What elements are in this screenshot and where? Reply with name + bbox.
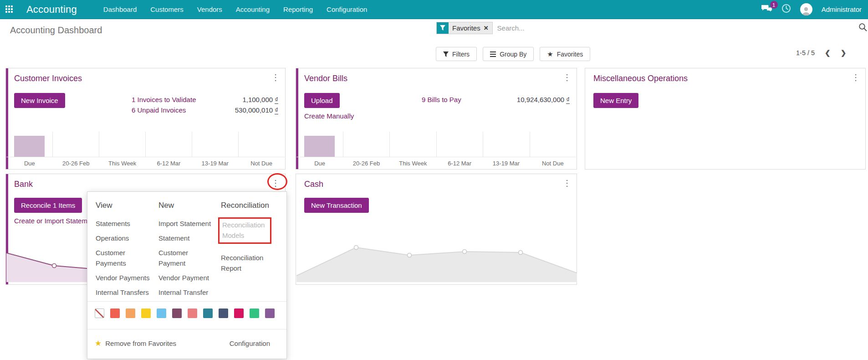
search-facet-favorites[interactable]: Favorites ✕ xyxy=(436,22,493,34)
search-bar[interactable]: Favorites ✕ Search... xyxy=(436,21,867,35)
remove-from-favorites-item[interactable]: ★ Remove from Favorites xyxy=(95,339,176,348)
group-by-button[interactable]: Group By xyxy=(483,47,534,61)
group-by-icon xyxy=(490,51,496,57)
kebab-menu-icon[interactable]: ⋮ xyxy=(852,73,860,82)
menu-item-statement[interactable]: Statement xyxy=(158,233,217,243)
star-icon: ★ xyxy=(547,50,553,58)
chart-bar[interactable] xyxy=(14,136,45,157)
swatch-color[interactable] xyxy=(110,309,120,318)
menu-accounting[interactable]: Accounting xyxy=(236,5,270,13)
kebab-menu-icon[interactable]: ⋮ xyxy=(563,73,571,82)
user-avatar[interactable] xyxy=(800,3,812,15)
menu-section-new: New xyxy=(158,201,217,210)
currency-symbol: ₫ xyxy=(275,96,278,104)
menu-item-internal-transfer[interactable]: Internal Transfer xyxy=(158,287,217,298)
page-title: Accounting Dashboard xyxy=(10,25,102,36)
cash-balance-sparkline xyxy=(296,238,577,284)
swatch-color[interactable] xyxy=(172,309,182,318)
menu-item-customer-payments[interactable]: Customer Payments xyxy=(96,247,126,268)
messages-count-badge: 1 xyxy=(770,1,778,9)
card-title: Customer Invoices xyxy=(14,74,82,83)
menu-item-import-statement[interactable]: Import Statement xyxy=(158,218,217,229)
kebab-menu-icon[interactable]: ⋮ xyxy=(563,179,571,188)
menu-divider xyxy=(87,301,286,302)
annotation-red-box: Reconciliation Models xyxy=(218,217,271,244)
card-title: Vendor Bills xyxy=(304,74,347,83)
messages-icon[interactable]: 1 xyxy=(761,4,772,15)
menu-item-operations[interactable]: Operations xyxy=(96,233,151,243)
card-misc-operations: Miscellaneous Operations ⋮ New Entry xyxy=(585,68,866,170)
menu-dashboard[interactable]: Dashboard xyxy=(103,5,137,13)
card-title: Bank xyxy=(14,180,33,189)
unpaid-invoices-link[interactable]: 6 Unpaid Invoices xyxy=(132,105,186,115)
filters-button[interactable]: Filters xyxy=(436,47,477,61)
menu-section-view: View xyxy=(96,201,151,210)
invoices-aging-chart[interactable] xyxy=(6,132,285,157)
menu-item-reconciliation-models[interactable]: Reconciliation Models xyxy=(222,220,265,241)
card-customer-invoices: Customer Invoices ⋮ New Invoice 1 Invoic… xyxy=(5,68,286,170)
menu-item-statements[interactable]: Statements xyxy=(96,218,151,229)
kebab-menu-icon[interactable]: ⋮ xyxy=(271,73,280,82)
bills-aging-chart[interactable] xyxy=(296,132,576,157)
favorites-button[interactable]: ★ Favorites xyxy=(540,47,590,61)
new-transaction-button[interactable]: New Transaction xyxy=(304,198,369,213)
currency-symbol: ₫ xyxy=(566,96,570,104)
facet-remove-icon[interactable]: ✕ xyxy=(484,25,489,31)
menu-item-configuration[interactable]: Configuration xyxy=(230,339,270,347)
card-title: Cash xyxy=(304,180,323,189)
menu-customers[interactable]: Customers xyxy=(150,5,184,13)
swatch-color[interactable] xyxy=(188,309,197,318)
swatch-color[interactable] xyxy=(203,309,213,318)
card-cash: Cash ⋮ New Transaction xyxy=(296,174,577,285)
menu-divider xyxy=(87,329,286,329)
card-vendor-bills: Vendor Bills ⋮ Upload Create Manually 9 … xyxy=(296,68,577,170)
currency-symbol: ₫ xyxy=(275,106,278,114)
search-icon[interactable] xyxy=(858,23,867,33)
menu-vendors[interactable]: Vendors xyxy=(197,5,222,13)
swatch-color[interactable] xyxy=(141,309,151,318)
swatch-color[interactable] xyxy=(157,309,166,318)
create-manually-link[interactable]: Create Manually xyxy=(304,112,354,120)
swatch-color[interactable] xyxy=(126,309,135,318)
activities-clock-icon[interactable] xyxy=(781,4,791,15)
swatch-no-color[interactable] xyxy=(95,309,104,318)
new-entry-button[interactable]: New Entry xyxy=(593,93,638,108)
kebab-menu-icon[interactable]: ⋮ xyxy=(271,179,280,188)
pager-range: 1-5 / 5 xyxy=(796,49,815,57)
upload-button[interactable]: Upload xyxy=(304,93,340,108)
search-input[interactable]: Search... xyxy=(497,24,858,32)
apps-menu-icon[interactable] xyxy=(5,5,14,14)
swatch-color[interactable] xyxy=(265,309,275,318)
menu-section-reconciliation: Reconciliation xyxy=(221,201,283,210)
top-menu: Dashboard Customers Vendors Accounting R… xyxy=(103,5,367,13)
facet-label: Favorites xyxy=(452,24,480,32)
menu-reporting[interactable]: Reporting xyxy=(283,5,313,13)
bills-to-pay-link[interactable]: 9 Bills to Pay xyxy=(422,94,461,105)
new-invoice-button[interactable]: New Invoice xyxy=(14,93,65,108)
favorite-star-icon: ★ xyxy=(95,339,102,348)
menu-item-reconciliation-report[interactable]: Reconciliation Report xyxy=(221,252,263,273)
top-navbar: Accounting Dashboard Customers Vendors A… xyxy=(0,0,868,19)
menu-item-vendor-payments[interactable]: Vendor Payments xyxy=(96,273,151,283)
menu-item-internal-transfers[interactable]: Internal Transfers xyxy=(96,287,151,298)
journal-color-picker xyxy=(95,309,275,318)
menu-item-customer-payment[interactable]: Customer Payment xyxy=(158,247,188,268)
filter-funnel-icon xyxy=(437,22,449,34)
menu-item-vendor-payment[interactable]: Vendor Payment xyxy=(158,273,217,283)
invoices-to-validate-link[interactable]: 1 Invoices to Validate xyxy=(132,94,196,105)
chart-axis-labels: Due 20-26 Feb This Week 6-12 Mar 13-19 M… xyxy=(6,160,285,167)
user-name[interactable]: Administrator xyxy=(822,5,862,13)
swatch-color[interactable] xyxy=(250,309,259,318)
pager-next-button[interactable]: ❯ xyxy=(841,49,847,57)
swatch-color[interactable] xyxy=(234,309,244,318)
card-title: Miscellaneous Operations xyxy=(593,74,688,83)
bank-card-dropdown-menu: View Statements Operations Customer Paym… xyxy=(87,191,287,359)
pager-prev-button[interactable]: ❮ xyxy=(825,49,831,57)
reconcile-items-button[interactable]: Reconcile 1 Items xyxy=(14,198,82,213)
swatch-color[interactable] xyxy=(219,309,228,318)
chart-bar[interactable] xyxy=(304,136,335,157)
filters-funnel-icon xyxy=(443,51,449,57)
menu-configuration[interactable]: Configuration xyxy=(327,5,367,13)
app-title: Accounting xyxy=(26,4,77,15)
chart-axis-labels: Due 20-26 Feb This Week 6-12 Mar 13-19 M… xyxy=(296,160,576,167)
